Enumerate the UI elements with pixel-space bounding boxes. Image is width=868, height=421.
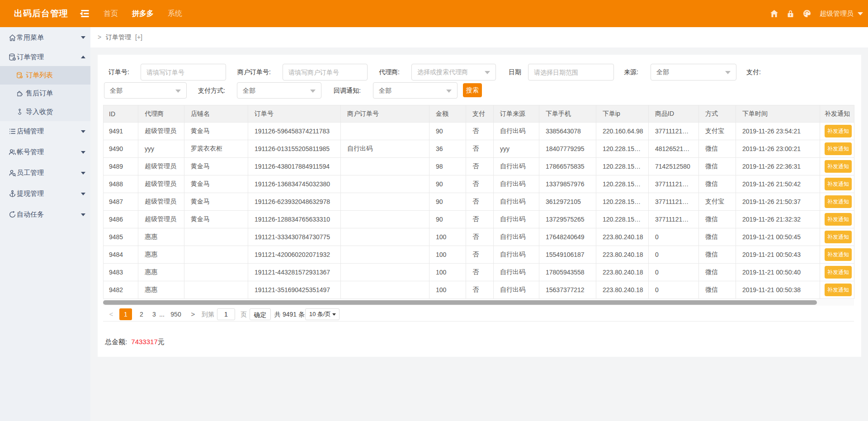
cell: 惠惠 (138, 281, 184, 299)
cell: 9482 (104, 281, 138, 299)
chevron-down-icon (81, 172, 85, 175)
scrollbar-thumb[interactable] (103, 300, 817, 305)
cell: 37711121… (649, 211, 699, 228)
action-cell: 补发通知 (820, 281, 854, 299)
pay-method-select[interactable]: 全部 (237, 82, 321, 99)
table-row: 9491超级管理员黄金马191126-59645837421178390否自行出… (104, 123, 854, 140)
sidebar-item-1[interactable]: 常用菜单 (0, 27, 90, 48)
col-header-10: 下单ip (596, 105, 649, 123)
pay-select[interactable]: 全部 (104, 82, 187, 99)
cell: 2019-11-21 00:50:38 (736, 281, 820, 299)
cell: 37711121… (649, 123, 699, 140)
page-button[interactable]: 950 (169, 308, 183, 320)
sidebar-item-6[interactable]: 提现管理 (0, 184, 90, 204)
cell: 9488 (104, 175, 138, 193)
col-header-3: 店铺名 (184, 105, 248, 123)
agent-select[interactable]: 选择或搜索代理商 (411, 64, 496, 80)
cell: 191126-013155205811985 (248, 140, 341, 158)
prev-page-button[interactable]: < (108, 308, 114, 320)
source-select[interactable]: 全部 (651, 64, 736, 80)
goto-page-input[interactable] (217, 308, 235, 320)
confirm-button[interactable]: 确定 (250, 308, 271, 320)
col-header-1: ID (104, 105, 138, 123)
search-button[interactable]: 搜索 (463, 83, 482, 97)
action-cell: 补发通知 (820, 193, 854, 211)
cell: 48126521… (649, 140, 699, 158)
cell (341, 123, 429, 140)
resend-notify-button[interactable]: 补发通知 (825, 195, 852, 208)
resend-notify-button[interactable]: 补发通知 (825, 231, 852, 243)
cell (341, 228, 429, 246)
resend-notify-button[interactable]: 补发通知 (825, 213, 852, 226)
sidebar-item-4[interactable]: 帐号管理 (0, 142, 90, 163)
resend-notify-button[interactable]: 补发通知 (825, 160, 852, 173)
breadcrumb-title[interactable]: 订单管理 (106, 27, 131, 47)
cell: 191121-351690425351497 (248, 281, 341, 299)
cell: 黄金马 (184, 211, 248, 228)
cell: 否 (466, 140, 494, 158)
sidebar-item-2[interactable]: 订单管理 (0, 48, 90, 66)
cell: 自行出码 (494, 264, 539, 281)
cell: 自行出码 (494, 175, 539, 193)
cell: 2019-11-21 00:50:43 (736, 246, 820, 264)
callback-select[interactable]: 全部 (373, 82, 458, 99)
user-menu[interactable]: 超级管理员 (820, 0, 863, 27)
col-header-14: 补发通知 (820, 105, 854, 123)
cell: 120.228.15… (596, 211, 649, 228)
date-range-input[interactable] (528, 64, 613, 80)
page-size-select[interactable]: 10 条/页 (305, 308, 340, 320)
resend-notify-button[interactable]: 补发通知 (825, 178, 852, 190)
cell: 223.80.240.18 (596, 228, 649, 246)
merchant-no-input[interactable] (283, 64, 367, 80)
cell: 0 (649, 228, 699, 246)
home-icon[interactable] (770, 0, 778, 27)
sidebar-item-3[interactable]: 店铺管理 (0, 121, 90, 142)
sidebar-item-5[interactable]: 员工管理 (0, 163, 90, 184)
chevron-up-icon (81, 56, 85, 58)
top-navbar: 出码后台管理 首页拼多多系统 超级管理员 (0, 0, 868, 27)
cell: 微信 (699, 281, 736, 299)
sidebar-item-7[interactable]: 自动任务 (0, 204, 90, 225)
resend-notify-button[interactable]: 补发通知 (825, 142, 852, 155)
next-page-button[interactable]: > (190, 308, 196, 320)
chevron-down-icon (332, 313, 336, 316)
table-row: 9482惠惠191121-351690425351497100否自行出码1563… (104, 281, 854, 299)
navbar-right: 超级管理员 (0, 0, 868, 27)
sidebar-subitem-3[interactable]: 导入收货 (0, 103, 90, 121)
cell: 自行出码 (494, 228, 539, 246)
cell: 9483 (104, 264, 138, 281)
cell (341, 281, 429, 299)
cell: 9489 (104, 158, 138, 175)
order-no-input[interactable] (141, 64, 226, 80)
chevron-down-icon (310, 90, 316, 93)
cell: 否 (466, 175, 494, 193)
sidebar-subitem-1[interactable]: 订单列表 (0, 66, 90, 85)
cell: 0 (649, 264, 699, 281)
sidebar-subitem-2[interactable]: 售后订单 (0, 85, 90, 103)
resend-notify-button[interactable]: 补发通知 (825, 284, 852, 296)
order-no-field (141, 64, 226, 80)
breadcrumb: > 订单管理 [+] (90, 27, 868, 47)
cell: 223.80.240.18 (596, 264, 649, 281)
resend-notify-button[interactable]: 补发通知 (825, 266, 852, 279)
col-header-4: 订单号 (248, 105, 341, 123)
cell: 支付宝 (699, 123, 736, 140)
resend-notify-button[interactable]: 补发通知 (825, 248, 852, 261)
cell: 微信 (699, 228, 736, 246)
lock-icon[interactable] (788, 0, 793, 27)
cell: 2019-11-26 22:36:31 (736, 158, 820, 175)
page-button[interactable]: 2 (137, 308, 146, 320)
chevron-down-icon (175, 90, 181, 93)
horizontal-scrollbar (103, 299, 854, 306)
cell: 微信 (699, 264, 736, 281)
resend-notify-button[interactable]: 补发通知 (825, 125, 852, 137)
chevron-down-icon (81, 130, 85, 133)
cell: 否 (466, 246, 494, 264)
cell: 90 (429, 211, 466, 228)
total-amount-value: 7433317 (131, 338, 157, 345)
cell (341, 264, 429, 281)
sidebar-submenu: 订单列表售后订单导入收货 (0, 66, 90, 121)
page-button-active[interactable]: 1 (119, 308, 132, 320)
palette-icon[interactable] (803, 0, 811, 27)
breadcrumb-add[interactable]: [+] (135, 27, 142, 47)
